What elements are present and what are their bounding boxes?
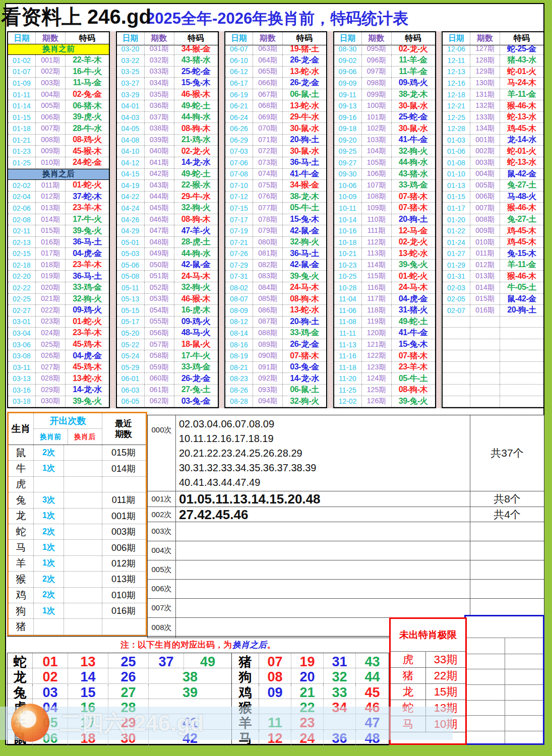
period-cell: 130期 [470, 78, 500, 89]
table-row: 07-19079期42-鼠-金 [225, 225, 326, 237]
period-cell: 014期 [470, 282, 500, 293]
period-cell: 121期 [362, 339, 392, 350]
date-cell: 02-04 [8, 192, 36, 203]
table-row: 02-20019期36-马-土 [8, 271, 109, 282]
date-cell: 03-08 [8, 350, 36, 361]
table-row [443, 328, 543, 339]
table-row [443, 339, 543, 351]
table-row: 07-21080期32-狗-火 [225, 237, 326, 248]
table-row: 11-04117期04-虎-金 [334, 294, 435, 305]
period-cell: 040期 [145, 146, 174, 157]
table-row: 03-01023期01-蛇-火 [8, 317, 109, 328]
table-row: 02-02011期01-蛇-火 [8, 180, 109, 192]
period-cell: 043期 [145, 180, 174, 191]
frequency-numbers [176, 599, 470, 617]
period-cell: 017期 [36, 248, 66, 259]
period-cell: 113期 [362, 248, 392, 259]
period-cell: 117期 [362, 294, 392, 305]
code-cell: 26-龙-金 [174, 373, 218, 384]
pink-divider [219, 31, 224, 408]
table-row: 05-01048期28-虎-土 [117, 237, 218, 248]
date-cell: 01-22 [443, 225, 470, 236]
date-cell: 05-01 [117, 237, 145, 248]
table-row: 07-31083期39-兔-火 [225, 271, 326, 282]
period-cell: 115期 [362, 271, 392, 282]
code-cell: 蛇-25-金 [500, 44, 543, 55]
date-cell: 11-20 [334, 373, 362, 384]
stats-recent-cell [102, 619, 145, 634]
frequency-numbers: 27.42.45.46 [176, 507, 470, 522]
code-cell: 08-狗-木 [283, 294, 326, 305]
limit-zodiac-cell: 虎 [391, 652, 426, 667]
table-row: 06-03061期27-兔-土 [117, 385, 218, 396]
code-cell: 02-兔-金 [66, 89, 109, 100]
table-row: 06-10064期26-龙-金 [225, 55, 326, 67]
date-header: 日期 [334, 32, 362, 45]
table-row: 11-25125期08-狗-木 [334, 385, 435, 396]
period-cell: 013期 [470, 271, 500, 282]
period-cell: 056期 [145, 328, 174, 339]
date-cell: 01-27 [443, 248, 470, 259]
code-cell: 16-牛-火 [66, 67, 109, 78]
period-cell: 082期 [253, 260, 283, 271]
table-row: 07-29082期42-鼠-金 [225, 260, 326, 271]
table-row: 10-23114期39-兔-火 [334, 260, 435, 271]
code-cell: 蛇-01-火 [500, 146, 543, 157]
table-row: 04-19043期22-猴-水 [117, 180, 218, 192]
table-row: 08-23092期14-龙-水 [225, 373, 326, 385]
table-row: 09-25104期32-狗-火 [334, 146, 435, 157]
period-cell: 065期 [253, 67, 283, 78]
code-header: 特码 [392, 32, 435, 45]
code-cell: 14-龙-水 [66, 385, 109, 396]
date-cell: 08-28 [225, 396, 253, 407]
code-cell: 45-鸡-木 [66, 362, 109, 373]
table-row: 04-24045期32-狗-火 [117, 203, 218, 214]
period-cell: 006期 [470, 192, 500, 203]
date-cell: 07-26 [225, 248, 253, 259]
period-cell: 034期 [145, 78, 174, 89]
table-row: 08-07085期08-狗-木 [225, 294, 326, 305]
stats-zodiac-cell: 猪 [9, 619, 34, 634]
table-row: 02-03014期牛-05-土 [443, 282, 543, 294]
code-cell: 22-猴-水 [174, 180, 218, 191]
stats-before-count-cell: 1次 [34, 540, 64, 555]
code-cell: 羊-11-金 [500, 89, 543, 100]
frequency-total [470, 522, 544, 541]
frequency-number-line: 20.21.22.23.24.25.26.28.29 [179, 446, 467, 461]
period-cell: 001期 [36, 55, 66, 66]
frequency-number-line: 40.41.43.44.47.49 [179, 475, 467, 490]
date-cell: 04-01 [117, 100, 145, 111]
date-cell: 03-16 [8, 385, 36, 396]
date-cell: 06-26 [225, 123, 253, 134]
date-cell: 03-11 [8, 362, 36, 373]
date-cell: 12-18 [443, 89, 470, 100]
code-cell: 39-兔-火 [66, 396, 109, 407]
code-cell: 26-龙-金 [283, 339, 326, 350]
date-cell: 09-11 [334, 89, 362, 100]
table-row: 05-03049期44-狗-水 [117, 248, 218, 260]
code-cell: 39-兔-火 [392, 396, 435, 407]
table-row: 01-29012期羊-11-金 [443, 260, 543, 271]
date-cell: 12-28 [443, 123, 470, 134]
page-title: 2025全年-2026年换肖前，特码统计表 [146, 8, 539, 29]
code-cell: 41-牛-金 [392, 328, 435, 339]
frequency-numbers [176, 580, 470, 598]
code-cell: 14-龙-水 [174, 157, 218, 168]
code-cell: 43-猪-水 [174, 55, 218, 66]
table-row: 12-25133期蛇-13-水 [443, 112, 543, 123]
stats-row: 牛1次014期 [9, 461, 146, 476]
stats-rows: 鼠2次015期牛1次014期虎兔3次011期龙1次001期蛇2次003期马1次0… [9, 445, 146, 635]
code-cell: 兔-27-土 [500, 214, 543, 225]
period-cell: 071期 [253, 135, 283, 146]
date-cell: 05-08 [117, 271, 145, 282]
frequency-row: 003次 [148, 522, 544, 541]
code-cell: 18-鼠-火 [174, 339, 218, 350]
period-cell: 057期 [145, 339, 174, 350]
stats-zodiac-cell: 狗 [9, 603, 34, 618]
period-cell: 127期 [470, 44, 500, 55]
map-row: 猪07193143 [232, 653, 389, 668]
code-cell: 39-兔-火 [283, 271, 326, 282]
code-cell: 马-48-火 [500, 192, 543, 203]
table-row: 01-25010期24-蛇-金 [8, 157, 109, 169]
period-cell: 008期 [470, 214, 500, 225]
